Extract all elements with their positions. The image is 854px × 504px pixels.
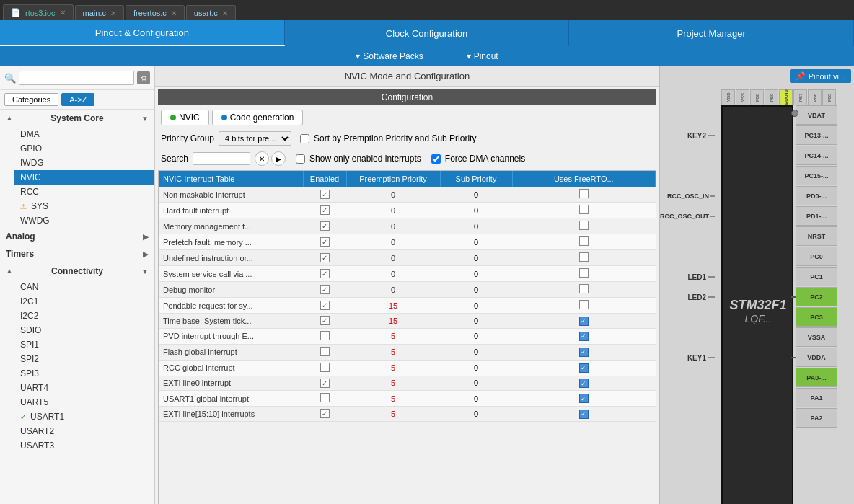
file-tab-main[interactable]: main.c ✕ (75, 5, 124, 20)
file-tab-ioc[interactable]: 📄 rtos3.ioc ✕ (3, 4, 74, 20)
sub-priority-cell[interactable]: 0 (440, 314, 512, 329)
enabled-cell[interactable] (303, 250, 346, 266)
sub-priority-cell[interactable]: 0 (440, 187, 512, 203)
sub-priority-cell[interactable]: 0 (440, 376, 512, 391)
section-system-core-header[interactable]: ▲ System Core ▼ (0, 110, 154, 127)
enabled-checkbox[interactable] (320, 221, 330, 231)
preemption-cell[interactable]: 0 (346, 266, 440, 282)
preemption-cell[interactable]: 0 (346, 187, 440, 203)
pin-pc0[interactable]: PC0 (796, 247, 837, 266)
preemption-cell[interactable]: 5 (346, 376, 440, 391)
pin-vssa[interactable]: VSSA (796, 327, 837, 347)
sub-priority-cell[interactable]: 0 (440, 250, 512, 266)
enabled-cell[interactable] (303, 376, 346, 391)
enabled-cell[interactable] (303, 266, 346, 282)
pin-pb7[interactable]: PB7 (793, 89, 807, 105)
enabled-cell[interactable] (303, 360, 346, 376)
preemption-cell[interactable]: 15 (346, 314, 440, 329)
pin-pc1[interactable]: PC1 (796, 267, 837, 286)
priority-group-select[interactable]: 4 bits for pre... 3 bits for pre... (219, 131, 291, 146)
sub-priority-cell[interactable]: 0 (440, 328, 512, 344)
sub-priority-cell[interactable]: 0 (440, 407, 512, 422)
preemption-cell[interactable]: 15 (346, 298, 440, 314)
pin-pb9[interactable]: PB9 (765, 89, 778, 105)
sidebar-item-usart1[interactable]: USART1 (14, 410, 154, 424)
preemption-cell[interactable]: 5 (346, 391, 440, 407)
enabled-cell[interactable] (303, 187, 346, 203)
freertos-close-icon[interactable]: ✕ (171, 9, 177, 17)
sub-priority-cell[interactable]: 0 (440, 298, 512, 314)
pin-pd0[interactable]: PD0-... (796, 186, 837, 205)
pin-boot0[interactable]: BOOT0 (779, 89, 793, 105)
sidebar-item-can[interactable]: CAN (14, 280, 154, 294)
sidebar-item-nvic[interactable]: NVIC (14, 170, 154, 185)
pin-pa2[interactable]: PA2 (796, 408, 837, 428)
enabled-checkbox[interactable] (320, 379, 330, 388)
pin-pc14[interactable]: PC14-... (796, 146, 837, 165)
pin-pb5[interactable]: PB5 (822, 89, 836, 105)
preemption-cell[interactable]: 5 (346, 328, 440, 344)
sort-checkbox-label[interactable]: Sort by Premption Priority and Sub Prior… (300, 133, 476, 143)
sub-priority-cell[interactable]: 0 (440, 218, 512, 234)
freertos-cell[interactable] (512, 344, 656, 360)
force-dma-checkbox[interactable] (431, 154, 441, 164)
section-analog-header[interactable]: Analog ▶ (0, 228, 154, 245)
pin-pb8[interactable]: PB8 (750, 89, 764, 105)
preemption-cell[interactable]: 0 (346, 250, 440, 266)
freertos-cell[interactable] (512, 314, 656, 329)
usart-close-icon[interactable]: ✕ (222, 9, 228, 17)
enabled-checkbox[interactable] (320, 253, 330, 262)
enabled-checkbox[interactable] (320, 316, 330, 325)
freertos-checkbox[interactable] (579, 317, 589, 326)
enabled-checkbox[interactable] (320, 205, 330, 215)
sidebar-item-uart4[interactable]: UART4 (14, 381, 154, 395)
freertos-cell[interactable] (512, 328, 656, 344)
section-timers-header[interactable]: Timers ▶ (0, 245, 154, 262)
search-clear-button[interactable]: ✕ (255, 151, 269, 166)
config-tab-codegen[interactable]: Code generation (212, 110, 304, 125)
freertos-cell[interactable] (512, 360, 656, 376)
sidebar-item-wwdg[interactable]: WWDG (14, 213, 154, 228)
freertos-cell[interactable] (512, 266, 656, 282)
enabled-checkbox[interactable] (320, 190, 330, 199)
force-dma-label[interactable]: Force DMA channels (431, 154, 525, 164)
enabled-checkbox[interactable] (320, 363, 330, 372)
enabled-checkbox[interactable] (320, 347, 330, 356)
search-next-button[interactable]: ▶ (271, 151, 286, 166)
sidebar-item-dma[interactable]: DMA (14, 127, 154, 141)
pin-pa0[interactable]: PA0-... (796, 368, 837, 387)
pin-vdda[interactable]: VDDA (796, 348, 837, 367)
freertos-checkbox[interactable] (579, 205, 589, 214)
sub-priority-cell[interactable]: 0 (440, 344, 512, 360)
pin-pc15[interactable]: PC15-... (796, 166, 837, 185)
scroll-up-conn-icon[interactable]: ▲ (6, 268, 13, 275)
enabled-checkbox[interactable] (320, 393, 330, 402)
pin-vdd[interactable]: VDD (721, 89, 735, 105)
pin-vss[interactable]: VSS (736, 89, 749, 105)
freertos-cell[interactable] (512, 391, 656, 407)
enabled-cell[interactable] (303, 328, 346, 344)
freertos-cell[interactable] (512, 234, 656, 250)
enabled-cell[interactable] (303, 218, 346, 234)
sidebar-item-sys[interactable]: SYS (14, 199, 154, 213)
sub-priority-cell[interactable]: 0 (440, 203, 512, 218)
freertos-cell[interactable] (512, 203, 656, 218)
scroll-up-icon[interactable]: ▲ (6, 115, 13, 122)
sidebar-item-i2c2[interactable]: I2C2 (14, 309, 154, 323)
cat-tab-az[interactable]: A->Z (61, 93, 94, 106)
enabled-cell[interactable] (303, 234, 346, 250)
preemption-cell[interactable]: 5 (346, 407, 440, 422)
sidebar-item-spi1[interactable]: SPI1 (14, 337, 154, 352)
freertos-checkbox[interactable] (579, 363, 589, 373)
interrupt-search-input[interactable] (193, 152, 250, 165)
freertos-cell[interactable] (512, 376, 656, 391)
sidebar-item-usart2[interactable]: USART2 (14, 424, 154, 438)
sub-priority-cell[interactable]: 0 (440, 391, 512, 407)
preemption-cell[interactable]: 0 (346, 282, 440, 298)
freertos-checkbox[interactable] (579, 394, 589, 403)
tab-clock[interactable]: Clock Configuration (285, 20, 570, 46)
sidebar-item-rcc[interactable]: RCC (14, 185, 154, 199)
sidebar-item-gpio[interactable]: GPIO (14, 141, 154, 156)
pin-pb6[interactable]: PB6 (808, 89, 822, 105)
enabled-cell[interactable] (303, 282, 346, 298)
